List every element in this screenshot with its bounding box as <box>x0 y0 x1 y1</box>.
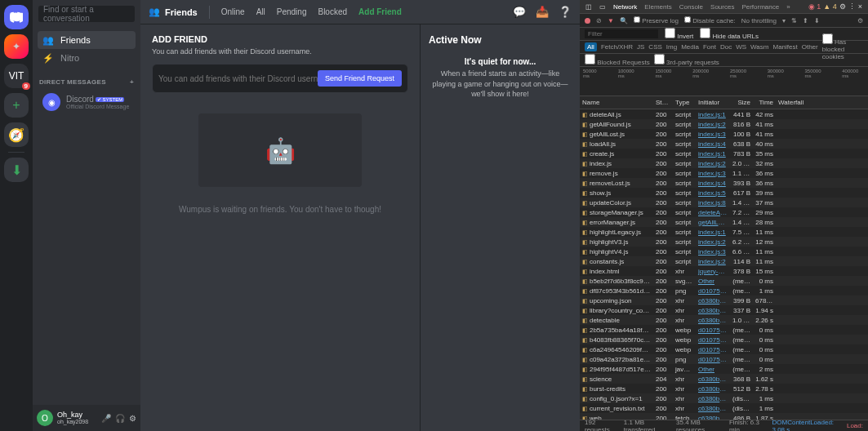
network-row[interactable]: storageManager.js200scriptdeleteAll.js:1… <box>580 207 868 217</box>
network-row[interactable]: getAllFound.js200scriptindex.js:2816 B41… <box>580 119 868 129</box>
network-row[interactable]: current_revision.txt200xhrc6380b0…j(disk… <box>580 403 868 413</box>
filter-icon[interactable]: ▼ <box>608 17 614 24</box>
hide-urls-check[interactable]: Hide data URLs <box>700 28 759 40</box>
settings-icon[interactable]: ⚙ <box>839 2 846 11</box>
network-row[interactable]: index.html200xhrjquery-2.1…378 B15 ms <box>580 266 868 276</box>
col-size-header[interactable]: Size <box>730 99 753 106</box>
type-filter-doc[interactable]: Doc <box>720 43 732 51</box>
add-dm-icon[interactable]: + <box>130 78 134 86</box>
warning-badge[interactable]: ▲ 4 <box>823 2 836 11</box>
network-row[interactable]: burst-credits200xhrc6380b0…j512 B2.78 s <box>580 384 868 393</box>
tab-sources[interactable]: Sources <box>710 3 734 11</box>
search-input[interactable]: Find or start a conversation <box>38 6 135 22</box>
network-row[interactable]: constants.js200scriptindex.js:2114 B11 m… <box>580 256 868 266</box>
col-initiator-header[interactable]: Initiator <box>696 99 730 106</box>
network-row[interactable]: 2b5a735ba44a18fb928…200webpd01075b…j(me…… <box>580 325 868 335</box>
network-row[interactable]: getAllLost.js200scriptindex.js:3100 B41 … <box>580 129 868 139</box>
type-filter-css[interactable]: CSS <box>648 43 661 51</box>
network-row[interactable]: upcoming.json200xhrc6380b0…j399 B678 ms <box>580 295 868 305</box>
network-settings-icon[interactable]: ⚙ <box>857 17 863 24</box>
download-apps-icon[interactable]: ⬇ <box>4 158 29 182</box>
wifi-icon[interactable]: ⇅ <box>791 17 797 24</box>
nitro-nav[interactable]: ⚡ Nitro <box>38 49 136 67</box>
add-friend-input[interactable] <box>158 74 318 83</box>
invert-check[interactable]: Invert <box>665 28 693 40</box>
home-server-icon[interactable] <box>4 5 29 29</box>
col-time-header[interactable]: Time <box>753 99 776 106</box>
col-name-header[interactable]: Name <box>580 99 653 106</box>
type-filter-ws[interactable]: WS <box>736 43 746 51</box>
type-filter-img[interactable]: Img <box>666 43 677 51</box>
settings-icon[interactable]: ⚙ <box>129 414 136 423</box>
help-icon[interactable]: ❔ <box>559 6 572 18</box>
type-filter-all[interactable]: All <box>585 42 597 51</box>
menu-icon[interactable]: ⋮ <box>848 2 856 11</box>
tab-console[interactable]: Console <box>679 3 703 11</box>
network-row[interactable]: deleteAll.js200scriptindex.js:1441 B42 m… <box>580 109 868 119</box>
tab-performance[interactable]: Performance <box>741 3 779 11</box>
network-row[interactable]: df87c953f43b561d71f…200pngd01075b…j(me…1… <box>580 286 868 295</box>
network-row[interactable]: create.js200scriptindex.js:1783 B35 ms <box>580 149 868 158</box>
col-status-header[interactable]: Status <box>653 99 673 106</box>
upload-icon[interactable]: ⬆ <box>803 17 808 24</box>
device-icon[interactable]: ▭ <box>599 3 606 11</box>
throttle-select[interactable]: No throttling <box>741 17 777 24</box>
network-row[interactable]: removeLost.js200scriptindex.js:4393 B36 … <box>580 178 868 188</box>
timeline[interactable]: 50000 ms100000 ms150000 ms200000 ms25000… <box>580 67 868 96</box>
network-row[interactable]: detectable200xhrc6380b0…j1.0 MB2.26 s <box>580 315 868 325</box>
friends-nav[interactable]: 👥 Friends <box>38 31 136 49</box>
network-row[interactable]: science204xhrc6380b0…j368 B1.62 s <box>580 374 868 384</box>
network-row[interactable]: highlightV3.js200scriptindex.js:26.2 kB1… <box>580 237 868 247</box>
server-icon-2[interactable]: VIT9 <box>4 64 29 88</box>
inbox-icon[interactable]: 📥 <box>536 6 549 18</box>
network-row[interactable]: remove.js200scriptindex.js:31.1 kB36 ms <box>580 168 868 178</box>
network-row[interactable]: 294f95f4487d517e20b…200javas…Other(me…2 … <box>580 364 868 374</box>
user-avatar[interactable]: O <box>37 410 53 426</box>
record-icon[interactable] <box>585 18 590 24</box>
inspect-icon[interactable]: ◫ <box>585 3 592 11</box>
send-friend-request-button[interactable]: Send Friend Request <box>318 70 402 87</box>
error-badge[interactable]: ◉ 1 <box>808 2 821 11</box>
third-party-check[interactable]: 3rd-party requests <box>654 54 719 66</box>
network-row[interactable]: b5eb2f7d6b3f8cc9b60…200svg+…Other(me…0 m… <box>580 276 868 286</box>
tab-elements[interactable]: Elements <box>644 3 671 11</box>
type-filter-js[interactable]: JS <box>637 43 644 51</box>
network-row[interactable]: show.js200scriptindex.js:5617 B39 ms <box>580 188 868 198</box>
network-row[interactable]: errorManager.js200scriptgetAllLost.js:11… <box>580 217 868 227</box>
network-row[interactable]: config_0.json?x=1200xhrc6380b0…j(disk …1… <box>580 393 868 403</box>
tab-pending[interactable]: Pending <box>277 7 307 16</box>
disable-cache-check[interactable]: Disable cache: <box>684 16 736 24</box>
tab-all[interactable]: All <box>256 7 265 16</box>
tab-online[interactable]: Online <box>221 7 245 16</box>
server-icon-1[interactable]: ✦ <box>4 34 29 59</box>
close-icon[interactable]: × <box>858 2 862 11</box>
throttle-chevron-icon[interactable]: ▾ <box>782 17 786 24</box>
type-filter-font[interactable]: Font <box>703 43 716 51</box>
tab-more[interactable]: » <box>786 3 790 11</box>
mute-icon[interactable]: 🎤 <box>101 414 111 423</box>
network-row[interactable]: updateColor.js200scriptindex.js:81.4 kB3… <box>580 198 868 207</box>
tab-network[interactable]: Network <box>613 3 637 11</box>
deafen-icon[interactable]: 🎧 <box>115 414 125 423</box>
download-icon[interactable]: ⬇ <box>814 17 820 24</box>
type-filter-other[interactable]: Other <box>802 43 818 51</box>
type-filter-manifest[interactable]: Manifest <box>772 43 797 51</box>
explore-server-icon[interactable]: 🧭 <box>4 122 29 147</box>
discord-system-dm[interactable]: ◉ Discord✔ SYSTEM Official Discord Messa… <box>38 91 136 113</box>
add-server-icon[interactable]: + <box>4 93 29 118</box>
tab-blocked[interactable]: Blocked <box>318 7 347 16</box>
clear-icon[interactable]: ⊘ <box>596 17 602 24</box>
network-row[interactable]: library?country_code=IN200xhrc6380b0…j33… <box>580 305 868 315</box>
type-filter-fetchxhr[interactable]: Fetch/XHR <box>601 43 633 51</box>
type-filter-media[interactable]: Media <box>681 43 699 51</box>
col-waterfall-header[interactable]: Waterfall <box>776 99 868 106</box>
search-icon[interactable]: 🔍 <box>620 17 628 24</box>
network-row[interactable]: c09a42a372ba81e3018…200pngd01075b…j(me…0… <box>580 354 868 364</box>
type-filter-wasm[interactable]: Wasm <box>750 43 768 51</box>
new-group-dm-icon[interactable]: 💬 <box>513 6 526 18</box>
preserve-log-check[interactable]: Preserve log <box>634 16 679 24</box>
col-type-header[interactable]: Type <box>673 99 696 106</box>
network-row[interactable]: highlightV4.js200scriptindex.js:36.6 kB1… <box>580 247 868 256</box>
network-row[interactable]: c6a24964546209f337…200webpd01075b…j(me…0… <box>580 344 868 354</box>
network-row[interactable]: loadAll.js200scriptindex.js:4638 B40 ms <box>580 139 868 149</box>
